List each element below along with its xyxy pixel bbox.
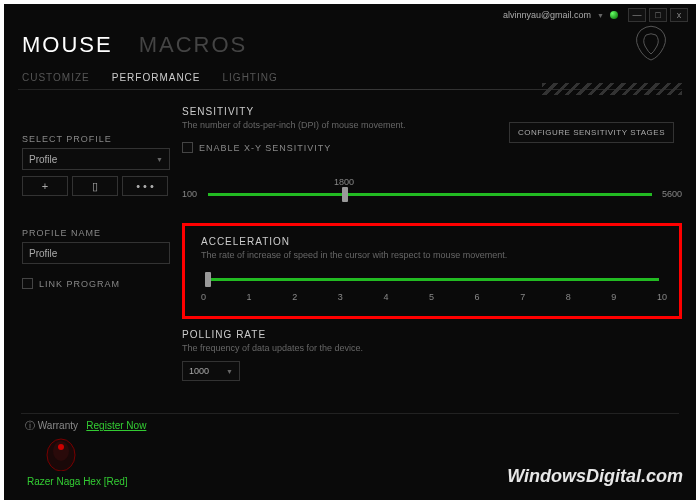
chevron-down-icon: ▼: [226, 368, 233, 375]
polling-title: POLLING RATE: [182, 329, 682, 340]
more-profile-button[interactable]: • • •: [122, 176, 168, 196]
polling-rate-select[interactable]: 1000 ▼: [182, 361, 240, 381]
polling-value: 1000: [189, 366, 209, 376]
trash-icon: ▯: [92, 180, 98, 193]
tab-mouse[interactable]: MOUSE: [22, 32, 113, 58]
svg-point-2: [58, 444, 64, 450]
status-indicator-icon: [610, 11, 618, 19]
dropdown-arrow-icon[interactable]: ▼: [597, 12, 604, 19]
link-program-label: LINK PROGRAM: [39, 279, 120, 289]
delete-profile-button[interactable]: ▯: [72, 176, 118, 196]
profile-select[interactable]: Profile ▼: [22, 148, 170, 170]
subtab-lighting[interactable]: LIGHTING: [223, 68, 298, 87]
sensitivity-value: 1800: [334, 177, 354, 187]
slider-track: [208, 193, 652, 196]
user-email: alvinnyau@gmail.com: [503, 10, 591, 20]
slider-handle[interactable]: [205, 272, 211, 287]
profile-name-input[interactable]: [22, 242, 170, 264]
acceleration-ticks: 0 1 2 3 4 5 6 7 8 9 10: [201, 292, 667, 302]
checkbox-icon: [182, 142, 193, 153]
configure-sensitivity-button[interactable]: CONFIGURE SENSITIVITY STAGES: [509, 122, 674, 143]
divider: [18, 89, 682, 90]
link-program-checkbox[interactable]: LINK PROGRAM: [22, 278, 168, 289]
add-profile-button[interactable]: +: [22, 176, 68, 196]
subtab-customize[interactable]: CUSTOMIZE: [22, 68, 110, 87]
polling-rate-section: POLLING RATE The frequency of data updat…: [182, 329, 682, 381]
acceleration-desc: The rate of increase of speed in the cur…: [201, 250, 667, 260]
sensitivity-min: 100: [182, 189, 197, 199]
sensitivity-title: SENSITIVITY: [182, 106, 682, 117]
acceleration-section-highlight: ACCELERATION The rate of increase of spe…: [182, 223, 682, 319]
subtab-performance[interactable]: PERFORMANCE: [112, 68, 221, 87]
watermark: WindowsDigital.com: [507, 466, 683, 487]
main-tabs: MOUSE MACROS: [4, 24, 696, 58]
footer: ⓘ Warranty Register Now Razer Naga Hex […: [7, 413, 693, 497]
sensitivity-max: 5600: [662, 189, 682, 199]
profile-name-label: PROFILE NAME: [22, 228, 168, 238]
warranty-row: ⓘ Warranty Register Now: [25, 419, 146, 433]
slider-handle[interactable]: [342, 187, 348, 202]
sensitivity-slider[interactable]: 100 1800 5600: [182, 179, 682, 209]
chevron-down-icon: ▼: [156, 156, 163, 163]
enable-xy-checkbox[interactable]: ENABLE X-Y SENSITIVITY: [182, 142, 682, 153]
sidebar: SELECT PROFILE Profile ▼ + ▯ • • • PROFI…: [22, 106, 182, 381]
settings-panel: SENSITIVITY The number of dots-per-inch …: [182, 106, 682, 381]
titlebar: alvinnyau@gmail.com ▼ — □ x: [4, 4, 696, 24]
device-image[interactable]: [39, 433, 83, 471]
info-icon: ⓘ: [25, 420, 35, 431]
device-name[interactable]: Razer Naga Hex [Red]: [27, 476, 128, 487]
slider-track: [209, 278, 659, 281]
tab-macros[interactable]: MACROS: [139, 32, 248, 58]
checkbox-icon: [22, 278, 33, 289]
polling-desc: The frequency of data updates for the de…: [182, 343, 682, 353]
profile-select-value: Profile: [29, 154, 57, 165]
acceleration-title: ACCELERATION: [201, 236, 667, 247]
razer-logo-icon: [626, 20, 676, 74]
select-profile-label: SELECT PROFILE: [22, 134, 168, 144]
warranty-label: Warranty: [38, 420, 78, 431]
acceleration-slider[interactable]: 0 1 2 3 4 5 6 7 8 9 10: [201, 274, 667, 310]
register-now-link[interactable]: Register Now: [86, 420, 146, 431]
app-window: alvinnyau@gmail.com ▼ — □ x MOUSE MACROS…: [4, 4, 696, 500]
enable-xy-label: ENABLE X-Y SENSITIVITY: [199, 143, 331, 153]
